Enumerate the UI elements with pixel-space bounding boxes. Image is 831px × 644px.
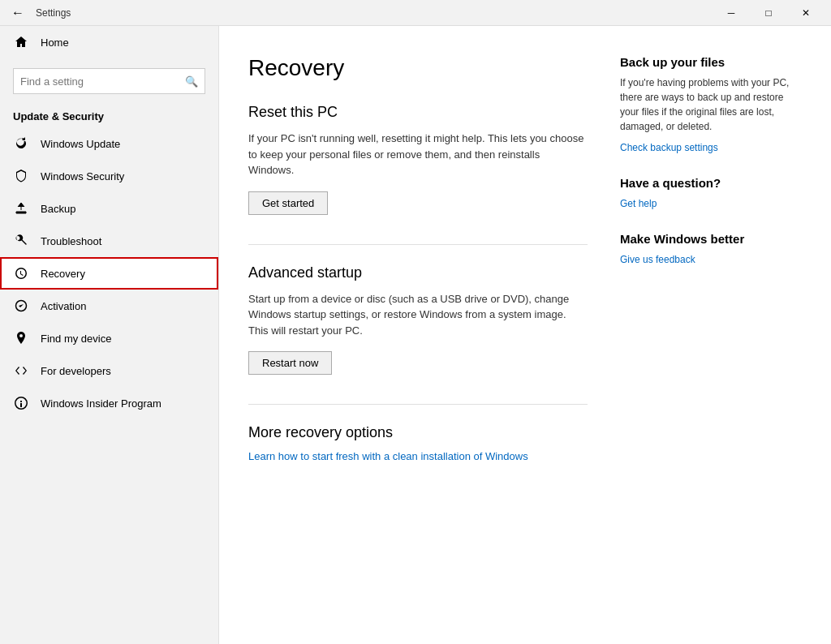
reset-section-title: Reset this PC — [248, 104, 588, 121]
backup-title: Back up your files — [620, 55, 799, 69]
restart-now-button[interactable]: Restart now — [248, 351, 332, 375]
sidebar-item-windows-insider[interactable]: Windows Insider Program — [0, 387, 218, 419]
advanced-section-title: Advanced startup — [248, 264, 588, 281]
sidebar-item-windows-security[interactable]: Windows Security — [0, 160, 218, 192]
divider-1 — [248, 244, 588, 245]
home-icon — [13, 34, 29, 50]
windows-insider-label: Windows Insider Program — [41, 397, 161, 410]
search-area: 🔍 — [0, 58, 218, 101]
get-help-link[interactable]: Get help — [620, 198, 657, 209]
developer-icon — [13, 363, 29, 379]
sidebar-item-troubleshoot[interactable]: Troubleshoot — [0, 225, 218, 257]
sidebar-item-for-developers[interactable]: For developers — [0, 354, 218, 387]
tools-icon — [13, 233, 29, 249]
backup-icon — [13, 200, 29, 217]
window-controls: ─ □ ✕ — [713, 0, 825, 26]
content-left: Recovery Reset this PC If your PC isn't … — [248, 55, 588, 615]
recovery-label: Recovery — [41, 268, 85, 280]
question-section: Have a question? Get help — [620, 176, 799, 209]
activation-label: Activation — [41, 300, 86, 312]
clean-install-link[interactable]: Learn how to start fresh with a clean in… — [248, 450, 528, 462]
close-button[interactable]: ✕ — [787, 0, 825, 26]
shield-icon — [13, 168, 29, 184]
back-button[interactable]: ← — [6, 2, 29, 24]
app-container: Home 🔍 Update & Security Windows Update … — [0, 26, 831, 644]
home-label: Home — [41, 36, 69, 49]
app-title: Settings — [36, 7, 71, 19]
titlebar: ← Settings ─ □ ✕ — [0, 0, 831, 26]
windows-update-label: Windows Update — [41, 138, 120, 150]
sidebar-item-activation[interactable]: Activation — [0, 290, 218, 322]
backup-desc: If you're having problems with your PC, … — [620, 75, 799, 134]
sidebar-item-home[interactable]: Home — [0, 26, 218, 58]
for-developers-label: For developers — [41, 365, 111, 377]
recovery-icon — [13, 265, 29, 281]
activation-icon — [13, 298, 29, 314]
windows-security-label: Windows Security — [41, 170, 124, 182]
sidebar-item-find-my-device[interactable]: Find my device — [0, 322, 218, 354]
divider-2 — [248, 404, 588, 405]
sidebar-item-recovery[interactable]: Recovery — [0, 257, 218, 290]
right-panel: Back up your files If you're having prob… — [620, 55, 799, 615]
troubleshoot-label: Troubleshoot — [41, 235, 101, 247]
feedback-title: Make Windows better — [620, 232, 799, 246]
maximize-button[interactable]: □ — [750, 0, 787, 26]
reset-section-desc: If your PC isn't running well, resetting… — [248, 131, 588, 178]
backup-label: Backup — [41, 203, 75, 215]
page-title: Recovery — [248, 55, 588, 81]
back-icon: ← — [11, 6, 24, 20]
question-title: Have a question? — [620, 176, 799, 190]
sidebar-section-title: Update & Security — [0, 101, 218, 127]
minimize-button[interactable]: ─ — [713, 0, 750, 26]
backup-section: Back up your files If you're having prob… — [620, 55, 799, 153]
main-content: Recovery Reset this PC If your PC isn't … — [219, 26, 831, 644]
feedback-section: Make Windows better Give us feedback — [620, 232, 799, 265]
search-input[interactable] — [20, 75, 185, 88]
location-icon — [13, 330, 29, 346]
search-icon: 🔍 — [185, 75, 198, 88]
more-options-title: More recovery options — [248, 424, 588, 441]
get-started-button[interactable]: Get started — [248, 191, 328, 215]
search-box[interactable]: 🔍 — [13, 68, 205, 94]
advanced-section-desc: Start up from a device or disc (such as … — [248, 291, 588, 339]
give-feedback-link[interactable]: Give us feedback — [620, 254, 695, 265]
sidebar-item-backup[interactable]: Backup — [0, 192, 218, 225]
sidebar: Home 🔍 Update & Security Windows Update … — [0, 26, 219, 644]
sidebar-item-windows-update[interactable]: Windows Update — [0, 127, 218, 160]
find-my-device-label: Find my device — [41, 333, 111, 345]
insider-icon — [13, 395, 29, 411]
check-backup-link[interactable]: Check backup settings — [620, 142, 718, 153]
refresh-icon — [13, 135, 29, 152]
